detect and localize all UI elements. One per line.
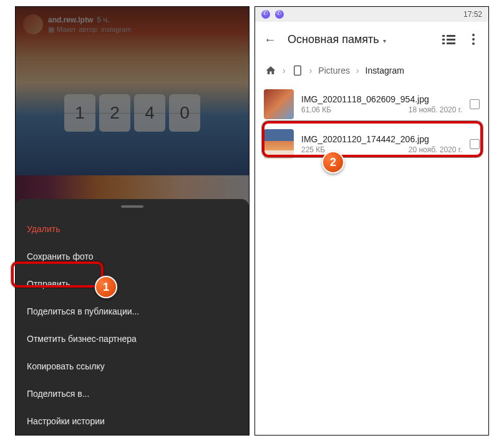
clock-digit: 2 [99, 94, 130, 132]
chevron-icon [309, 66, 313, 75]
menu-delete[interactable]: Удалить [16, 215, 249, 243]
clock-widget: 1 2 4 0 [64, 94, 200, 132]
viber-icon [261, 10, 270, 19]
author-name: instagram [101, 26, 131, 33]
chevron-icon [283, 66, 286, 75]
file-size: 61,06 КБ [301, 105, 331, 114]
menu-share-in[interactable]: Поделиться в... [16, 380, 249, 407]
viber-icon [275, 10, 284, 19]
avatar[interactable] [23, 14, 43, 34]
clock-digit: 0 [169, 94, 200, 132]
status-time: 17:52 [463, 10, 482, 19]
breadcrumb-instagram[interactable]: Instagram [366, 66, 404, 75]
app-bar: Основная память [255, 22, 488, 57]
storage-title[interactable]: Основная память [288, 33, 379, 46]
story-background: and.rew.lptw 5 ч. ▦ Макет автор: instagr… [16, 7, 249, 175]
menu-story-settings[interactable]: Настройки истории [16, 407, 249, 435]
instagram-story-screen: and.rew.lptw 5 ч. ▦ Макет автор: instagr… [15, 6, 250, 436]
breadcrumb: Pictures Instagram [255, 57, 488, 84]
username[interactable]: and.rew.lptw [48, 16, 93, 24]
step-badge-1: 1 [95, 276, 117, 298]
story-time: 5 ч. [97, 16, 109, 24]
device-icon[interactable] [292, 65, 303, 76]
highlight-file-row [262, 121, 483, 157]
file-date: 18 нояб. 2020 г. [409, 105, 462, 114]
menu-share-post[interactable]: Поделиться в публикации... [16, 298, 249, 325]
svg-rect-0 [294, 66, 301, 75]
file-name: IMG_20201118_062609_954.jpg [301, 94, 462, 104]
clock-digit: 1 [64, 94, 95, 132]
file-checkbox[interactable] [470, 99, 480, 109]
story-header: and.rew.lptw 5 ч. ▦ Макет автор: instagr… [23, 14, 131, 34]
dropdown-icon[interactable] [383, 33, 386, 46]
step-badge-2: 2 [322, 151, 344, 173]
clock-digit: 4 [134, 94, 165, 132]
more-button[interactable] [466, 32, 481, 47]
chevron-icon [356, 66, 359, 75]
sheet-handle[interactable] [121, 205, 143, 208]
home-icon[interactable] [265, 65, 276, 76]
bottom-sheet: Удалить Сохранить фото Отправить... Поде… [16, 199, 249, 435]
back-button[interactable] [263, 32, 278, 47]
status-bar: 17:52 [255, 7, 488, 22]
menu-tag-partner[interactable]: Отметить бизнес-партнера [16, 325, 249, 353]
author-label: автор: [79, 26, 99, 33]
file-manager-screen: 17:52 Основная память Pictures Instagram… [254, 6, 489, 436]
breadcrumb-pictures[interactable]: Pictures [318, 66, 350, 75]
view-list-button[interactable] [441, 32, 456, 47]
file-thumbnail [264, 89, 294, 119]
layout-icon: ▦ [48, 26, 54, 34]
subtitle: Макет [57, 26, 76, 33]
file-row[interactable]: IMG_20201118_062609_954.jpg 61,06 КБ 18 … [255, 84, 488, 124]
highlight-save-photo [11, 261, 104, 288]
menu-copy-link[interactable]: Копировать ссылку [16, 353, 249, 380]
